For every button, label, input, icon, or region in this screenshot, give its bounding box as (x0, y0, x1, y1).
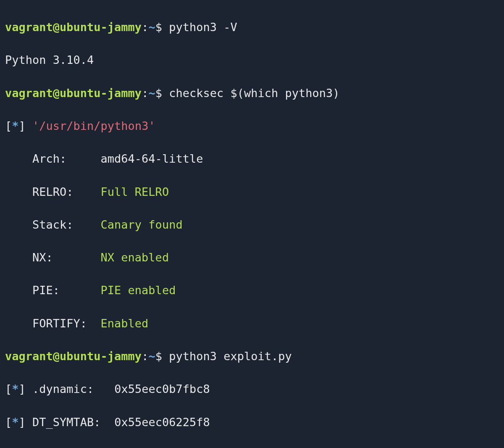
field-label: PIE: (5, 284, 101, 297)
prompt-line-1: vagrant@ubuntu-jammy:~$ python3 -V (5, 19, 499, 35)
prompt-path: ~ (148, 21, 155, 34)
field-value: PIE enabled (101, 284, 176, 297)
command-3: python3 exploit.py (169, 350, 292, 363)
prompt-dollar: $ (155, 21, 162, 34)
prompt-path: ~ (148, 350, 155, 363)
prompt-line-3: vagrant@ubuntu-jammy:~$ python3 exploit.… (5, 348, 499, 364)
prompt-colon: : (142, 350, 148, 363)
prompt-dollar: $ (155, 87, 162, 100)
prompt-at: @ (53, 87, 60, 100)
checksec-arch: Arch: amd64-64-little (5, 150, 499, 167)
prompt-host: ubuntu-jammy (60, 350, 142, 363)
star-icon: * (12, 119, 18, 132)
prompt-colon: : (142, 21, 148, 34)
checksec-relro: RELRO: Full RELRO (5, 184, 499, 200)
field-value: Full RELRO (101, 185, 169, 198)
prompt-user: vagrant (5, 87, 53, 100)
prompt-path: ~ (148, 87, 155, 100)
prompt-line-2: vagrant@ubuntu-jammy:~$ checksec $(which… (5, 85, 499, 101)
field-label: Stack: (5, 218, 101, 231)
bracket-close: ] (19, 119, 33, 132)
checksec-header: [*] '/usr/bin/python3' (5, 118, 499, 134)
star-icon: * (12, 416, 18, 429)
field-label: DT_SYMTAB: (32, 416, 114, 429)
field-label: .dynamic: (32, 382, 114, 395)
bracket-open: [ (5, 119, 12, 132)
command-1: python3 -V (169, 21, 237, 34)
checksec-nx: NX: NX enabled (5, 249, 499, 266)
terminal[interactable]: vagrant@ubuntu-jammy:~$ python3 -V Pytho… (0, 0, 504, 448)
star-icon: * (12, 382, 18, 395)
field-label: FORTIFY: (5, 317, 101, 330)
field-value: 0x55eec0b7fbc8 (114, 382, 210, 395)
checksec-pie: PIE: PIE enabled (5, 282, 499, 298)
bracket-open: [ (5, 416, 12, 429)
exploit-symtab: [*] DT_SYMTAB: 0x55eec06225f8 (5, 414, 499, 430)
bracket-close: ] (19, 382, 33, 395)
prompt-host: ubuntu-jammy (60, 87, 142, 100)
prompt-colon: : (142, 87, 148, 100)
checksec-stack: Stack: Canary found (5, 216, 499, 233)
field-label: NX: (5, 251, 101, 264)
output-python-version: Python 3.10.4 (5, 52, 499, 68)
field-value: Canary found (101, 218, 183, 231)
prompt-at: @ (53, 21, 60, 34)
bracket-close: ] (19, 416, 33, 429)
prompt-dollar: $ (155, 350, 162, 363)
field-label: Arch: (5, 152, 101, 165)
command-2: checksec $(which python3) (169, 87, 339, 100)
checksec-fortify: FORTIFY: Enabled (5, 315, 499, 332)
prompt-at: @ (53, 350, 60, 363)
field-value: amd64-64-little (101, 152, 203, 165)
field-value: NX enabled (101, 251, 169, 264)
field-value: 0x55eec06225f8 (114, 416, 210, 429)
prompt-host: ubuntu-jammy (60, 21, 142, 34)
checksec-path: '/usr/bin/python3' (32, 119, 155, 132)
prompt-user: vagrant (5, 21, 53, 34)
field-label: RELRO: (5, 185, 101, 198)
field-value: Enabled (101, 317, 149, 330)
exploit-dynamic: [*] .dynamic: 0x55eec0b7fbc8 (5, 381, 499, 397)
prompt-user: vagrant (5, 350, 53, 363)
bracket-open: [ (5, 382, 12, 395)
